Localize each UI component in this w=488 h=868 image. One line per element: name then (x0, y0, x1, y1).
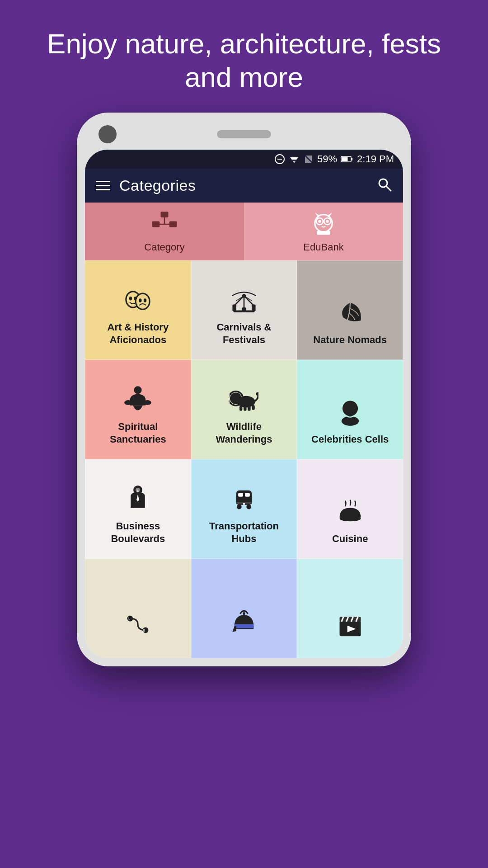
svg-rect-39 (252, 304, 256, 311)
battery-text: 59% (317, 153, 337, 165)
svg-rect-38 (232, 304, 236, 311)
signal-icon (304, 154, 314, 164)
phone-screen: 59% 2:19 PM Categories (85, 150, 403, 658)
svg-point-64 (246, 504, 251, 509)
businessman-icon: $ (123, 485, 152, 514)
svg-point-42 (134, 386, 142, 394)
celebrity-icon (336, 398, 365, 427)
svg-rect-41 (234, 310, 255, 312)
helmet-icon (230, 610, 258, 639)
svg-point-63 (237, 504, 242, 509)
svg-rect-61 (245, 493, 250, 497)
svg-text:A: A (128, 617, 130, 620)
app-bar-title: Categories (119, 177, 368, 194)
category-carnivals[interactable]: Carnivals & Festivals (191, 260, 297, 360)
category-row4b[interactable] (191, 559, 297, 658)
wifi-icon (288, 155, 300, 164)
svg-text:$: $ (137, 489, 139, 492)
spiritual-label: Spiritual Sanctuaries (93, 420, 183, 446)
svg-point-30 (139, 298, 141, 302)
tabs-row: Category EduBank (85, 203, 403, 260)
category-art-history[interactable]: Art & History Aficionados (85, 260, 191, 360)
svg-point-43 (124, 400, 132, 405)
svg-point-48 (256, 392, 258, 395)
wildlife-label: Wildlife Wanderings (199, 420, 290, 446)
dish-icon (336, 497, 365, 526)
category-row4c[interactable] (297, 559, 403, 658)
celebrities-label: Celebrities Cells (311, 433, 389, 446)
svg-rect-12 (160, 212, 168, 217)
svg-point-44 (144, 400, 151, 405)
svg-point-65 (243, 503, 245, 505)
leaf-icon (336, 298, 365, 327)
edubank-tab-label: EduBank (303, 241, 343, 253)
svg-rect-8 (351, 158, 352, 160)
svg-line-11 (386, 186, 391, 191)
time-text: 2:19 PM (357, 153, 394, 165)
edubank-tab-icon (309, 210, 338, 239)
svg-point-26 (129, 297, 132, 301)
svg-rect-52 (252, 405, 254, 410)
category-transport[interactable]: Transportation Hubs (191, 459, 297, 559)
svg-point-31 (144, 298, 146, 302)
nature-label: Nature Nomads (313, 334, 387, 347)
category-row4a[interactable]: A B (85, 559, 191, 658)
cuisine-label: Cuisine (332, 533, 368, 546)
carousel-icon (230, 286, 258, 315)
category-business[interactable]: $ Business Boulevards (85, 459, 191, 559)
svg-rect-60 (238, 493, 243, 497)
svg-rect-51 (248, 406, 250, 410)
search-button[interactable] (377, 177, 392, 194)
category-celebrities[interactable]: Celebrities Cells (297, 360, 403, 459)
phone-device: 59% 2:19 PM Categories (77, 113, 411, 666)
svg-text:B: B (143, 629, 145, 632)
battery-icon (341, 155, 353, 163)
svg-marker-4 (293, 161, 296, 163)
hamburger-menu-button[interactable] (96, 181, 110, 190)
train-icon (230, 485, 258, 514)
status-bar: 59% 2:19 PM (85, 150, 403, 169)
art-history-label: Art & History Aficionados (93, 321, 183, 347)
svg-rect-9 (342, 157, 348, 161)
svg-rect-71 (235, 624, 254, 628)
categories-grid: Art & History Aficionados Carni (85, 260, 403, 658)
svg-line-34 (244, 296, 253, 305)
phone-speaker (217, 130, 271, 138)
svg-rect-50 (244, 406, 246, 410)
hero-text: Enjoy nature, architecture, fests and mo… (0, 0, 488, 113)
mute-icon (275, 154, 285, 164)
phone-camera (99, 125, 117, 143)
tab-category[interactable]: Category (85, 203, 244, 260)
category-spiritual[interactable]: Spiritual Sanctuaries (85, 360, 191, 459)
category-tab-label: Category (144, 241, 184, 253)
clapperboard-icon (336, 610, 365, 639)
masks-icon (123, 286, 152, 315)
category-nature[interactable]: Nature Nomads (297, 260, 403, 360)
status-icons: 59% 2:19 PM (275, 153, 394, 165)
svg-line-33 (235, 296, 244, 305)
svg-rect-23 (317, 231, 330, 235)
category-tab-icon (150, 210, 179, 239)
svg-point-21 (318, 220, 321, 222)
svg-point-22 (326, 220, 328, 222)
map-route-icon: A B (123, 610, 152, 639)
app-bar: Categories (85, 169, 403, 203)
transport-label: Transportation Hubs (199, 520, 290, 546)
svg-rect-49 (239, 406, 242, 410)
tab-edubank[interactable]: EduBank (244, 203, 403, 260)
lion-icon (230, 385, 258, 414)
category-cuisine[interactable]: Cuisine (297, 459, 403, 559)
category-wildlife[interactable]: Wildlife Wanderings (191, 360, 297, 459)
svg-point-46 (230, 392, 242, 404)
svg-point-29 (136, 294, 149, 308)
business-label: Business Boulevards (93, 520, 183, 546)
carnivals-label: Carnivals & Festivals (199, 321, 290, 347)
meditator-icon (123, 385, 152, 414)
